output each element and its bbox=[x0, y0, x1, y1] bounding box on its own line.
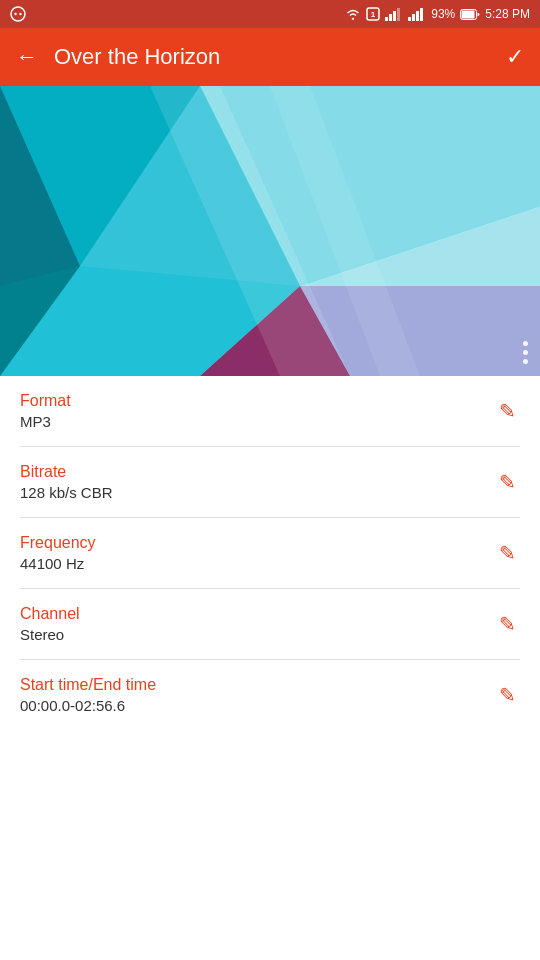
svg-rect-9 bbox=[408, 17, 411, 21]
frequency-label: Frequency bbox=[20, 534, 96, 552]
startend-label: Start time/End time bbox=[20, 676, 156, 694]
dot1 bbox=[523, 341, 528, 346]
status-bar: 1 93% 5:28 PM bbox=[0, 0, 540, 28]
details-list: Format MP3 Bitrate 128 kb/s CBR Frequenc… bbox=[0, 376, 540, 730]
frequency-content: Frequency 44100 Hz bbox=[20, 534, 96, 572]
svg-rect-5 bbox=[385, 17, 388, 21]
format-content: Format MP3 bbox=[20, 392, 71, 430]
svg-rect-12 bbox=[420, 8, 423, 21]
top-app-bar: ← Over the Horizon ✓ bbox=[0, 28, 540, 86]
wechat-icon bbox=[10, 6, 26, 22]
album-art bbox=[0, 86, 540, 376]
channel-content: Channel Stereo bbox=[20, 605, 80, 643]
format-value: MP3 bbox=[20, 413, 71, 430]
svg-rect-8 bbox=[397, 8, 400, 21]
frequency-row: Frequency 44100 Hz bbox=[20, 518, 520, 589]
page-title: Over the Horizon bbox=[54, 44, 506, 70]
battery-icon bbox=[460, 9, 480, 20]
svg-point-1 bbox=[14, 13, 16, 15]
channel-row: Channel Stereo bbox=[20, 589, 520, 660]
svg-rect-14 bbox=[462, 10, 475, 18]
bitrate-label: Bitrate bbox=[20, 463, 113, 481]
svg-text:1: 1 bbox=[371, 10, 376, 19]
signal-bars-icon bbox=[385, 8, 403, 21]
format-row: Format MP3 bbox=[20, 376, 520, 447]
back-button[interactable]: ← bbox=[16, 44, 38, 70]
bitrate-row: Bitrate 128 kb/s CBR bbox=[20, 447, 520, 518]
frequency-value: 44100 Hz bbox=[20, 555, 96, 572]
channel-value: Stereo bbox=[20, 626, 80, 643]
wifi-icon bbox=[345, 8, 361, 20]
format-edit-button[interactable] bbox=[495, 395, 520, 427]
frequency-edit-button[interactable] bbox=[495, 537, 520, 569]
signal-box-icon: 1 bbox=[366, 7, 380, 21]
startend-row: Start time/End time 00:00.0-02:56.6 bbox=[20, 660, 520, 730]
channel-edit-button[interactable] bbox=[495, 608, 520, 640]
svg-rect-6 bbox=[389, 14, 392, 21]
svg-rect-7 bbox=[393, 11, 396, 21]
dot2 bbox=[523, 350, 528, 355]
svg-rect-11 bbox=[416, 11, 419, 21]
startend-edit-button[interactable] bbox=[495, 679, 520, 711]
svg-point-0 bbox=[11, 7, 25, 21]
svg-rect-10 bbox=[412, 14, 415, 21]
channel-label: Channel bbox=[20, 605, 80, 623]
svg-point-2 bbox=[19, 13, 21, 15]
confirm-button[interactable]: ✓ bbox=[506, 44, 524, 70]
startend-value: 00:00.0-02:56.6 bbox=[20, 697, 156, 714]
dot3 bbox=[523, 359, 528, 364]
bitrate-edit-button[interactable] bbox=[495, 466, 520, 498]
format-label: Format bbox=[20, 392, 71, 410]
album-art-svg bbox=[0, 86, 540, 376]
bitrate-value: 128 kb/s CBR bbox=[20, 484, 113, 501]
battery-percent: 93% bbox=[431, 7, 455, 21]
bitrate-content: Bitrate 128 kb/s CBR bbox=[20, 463, 113, 501]
signal-bars2-icon bbox=[408, 8, 426, 21]
status-time: 5:28 PM bbox=[485, 7, 530, 21]
more-options-button[interactable] bbox=[523, 341, 528, 364]
startend-content: Start time/End time 00:00.0-02:56.6 bbox=[20, 676, 156, 714]
